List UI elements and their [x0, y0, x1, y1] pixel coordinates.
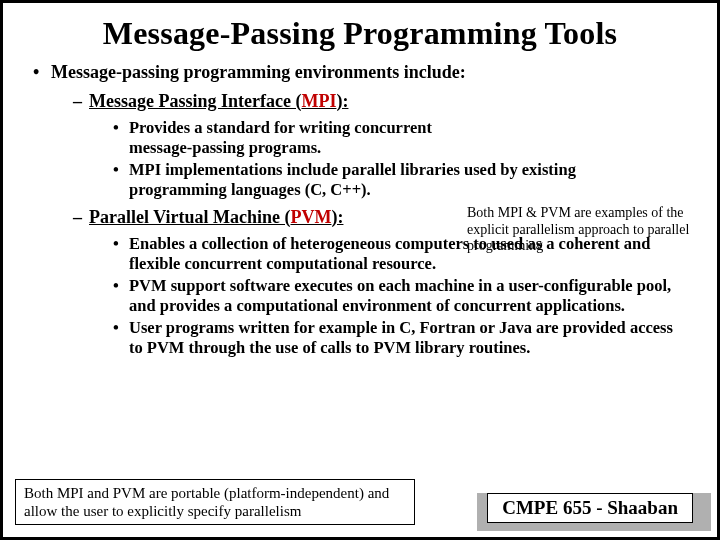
- heading-mpi-acr: MPI: [301, 91, 336, 111]
- pvm-bullet-2: •PVM support software executes on each m…: [113, 276, 677, 316]
- heading-mpi-tail: ):: [336, 91, 348, 111]
- section-mpi: –Message Passing Interface (MPI): •Provi…: [27, 91, 693, 201]
- intro-line: •Message-passing programming environment…: [33, 62, 693, 83]
- intro-text: Message-passing programming environments…: [51, 62, 466, 82]
- pvm-bullet-3-text: User programs written for example in C, …: [129, 318, 673, 357]
- page-title: Message-Passing Programming Tools: [27, 15, 693, 52]
- pvm-bullet-1-text: Enables a collection of heterogeneous co…: [129, 234, 650, 273]
- mpi-bullet-2: •MPI implementations include parallel li…: [113, 160, 677, 200]
- footer-text: CMPE 655 - Shaaban: [487, 493, 693, 523]
- footnote-box: Both MPI and PVM are portable (platform-…: [15, 479, 415, 525]
- dash-icon: –: [73, 207, 89, 228]
- mpi-bullet-1: •Provides a standard for writing concurr…: [113, 118, 677, 158]
- dot-icon: •: [113, 318, 119, 338]
- pvm-bullet-1: •Enables a collection of heterogeneous c…: [113, 234, 677, 274]
- footer-label: CMPE 655 - Shaaban: [473, 489, 707, 527]
- heading-pvm-tail: ):: [331, 207, 343, 227]
- section-pvm: –Parallel Virtual Machine (PVM): •Enable…: [27, 207, 693, 359]
- heading-pvm-lead: Parallel Virtual Machine (: [89, 207, 290, 227]
- dot-icon: •: [113, 234, 119, 254]
- heading-mpi: –Message Passing Interface (MPI):: [73, 91, 693, 112]
- dot-icon: •: [113, 118, 119, 138]
- mpi-bullet-2-text: MPI implementations include parallel lib…: [129, 160, 576, 199]
- pvm-bullet-2-text: PVM support software executes on each ma…: [129, 276, 671, 315]
- dash-icon: –: [73, 91, 89, 112]
- heading-pvm-acr: PVM: [290, 207, 331, 227]
- slide: Message-Passing Programming Tools •Messa…: [0, 0, 720, 540]
- dot-icon: •: [113, 276, 119, 296]
- dot-icon: •: [113, 160, 119, 180]
- heading-mpi-lead: Message Passing Interface (: [89, 91, 301, 111]
- heading-pvm: –Parallel Virtual Machine (PVM):: [73, 207, 693, 228]
- bullet-dot: •: [33, 62, 51, 83]
- mpi-bullet-1-text: Provides a standard for writing concurre…: [129, 118, 432, 157]
- pvm-bullet-3: •User programs written for example in C,…: [113, 318, 677, 358]
